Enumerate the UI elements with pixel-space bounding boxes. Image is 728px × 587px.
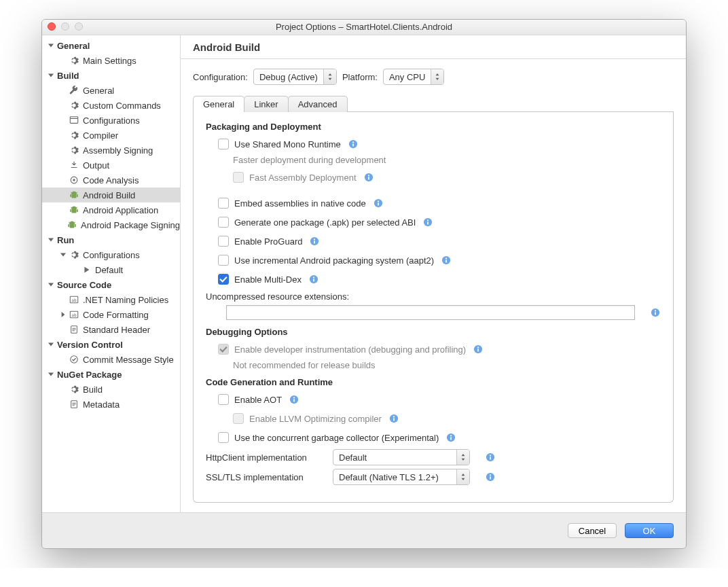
chevron-down-icon [431,69,443,84]
info-icon[interactable] [441,255,452,266]
gear-icon [69,250,79,260]
chk-llvm [233,413,244,424]
chk-embed[interactable] [218,198,229,209]
section-debugging: Debugging Options [206,327,661,337]
sidebar-item[interactable]: Code Analysis [42,173,180,188]
chk-dev-instr [218,344,229,355]
info-icon[interactable] [289,394,299,405]
httpclient-select[interactable]: Default [333,449,470,465]
info-icon[interactable] [308,274,319,285]
info-icon[interactable] [422,217,433,228]
uncompressed-input[interactable] [226,305,635,320]
chk-multidex[interactable] [218,274,229,285]
tab-general-body: Packaging and Deployment Use Shared Mono… [193,112,674,503]
project-options-window: Project Options – SmartHotel.Clients.And… [41,19,687,549]
cancel-button[interactable]: Cancel [568,523,617,538]
sidebar-section[interactable]: Version Control [42,337,180,352]
gear-icon [69,145,79,155]
disclosure-down-icon [48,72,54,79]
sidebar-item[interactable]: Main Settings [42,53,180,68]
row-embed: Embed assemblies in native code [206,195,661,211]
httpclient-value: Default [333,452,456,463]
info-icon[interactable] [309,236,320,247]
info-icon[interactable] [485,472,496,482]
code-icon [69,310,79,319]
sidebar-item[interactable]: Output [42,158,180,173]
output-icon [69,160,79,170]
sidebar-section[interactable]: General [42,38,180,53]
main-pane: Android Build Configuration: Debug (Acti… [181,35,686,512]
row-shared-mono: Use Shared Mono Runtime [206,136,661,152]
ok-button[interactable]: OK [625,523,674,538]
lbl-ssltls: SSL/TLS implementation [206,472,325,482]
row-httpclient: HttpClient implementation Default [206,449,661,465]
row-dev-instr: Enable developer instrumentation (debugg… [206,341,661,357]
disclosure-down-icon [60,251,67,258]
info-icon[interactable] [445,432,456,443]
sidebar-item[interactable]: Default [42,262,180,277]
ssltls-value: Default (Native TLS 1.2+) [333,472,456,482]
info-icon[interactable] [485,452,496,463]
lbl-multidex: Enable Multi-Dex [234,274,302,285]
info-icon[interactable] [373,198,384,209]
chk-proguard[interactable] [218,236,229,247]
info-icon[interactable] [348,139,359,149]
zoom-button[interactable] [75,22,83,31]
chk-aot[interactable] [218,394,229,405]
row-one-apk: Generate one package (.apk) per selected… [206,214,661,230]
row-multidex: Enable Multi-Dex [206,271,661,287]
tab-advanced[interactable]: Advanced [288,96,348,112]
sidebar-item[interactable]: Commit Message Style [42,352,180,367]
info-icon[interactable] [473,344,484,355]
sidebar-item[interactable]: Configurations [42,113,180,128]
titlebar: Project Options – SmartHotel.Clients.And… [42,20,686,35]
chk-aapt2[interactable] [218,255,229,266]
lbl-dev-instr: Enable developer instrumentation (debugg… [234,344,466,355]
sidebar-item[interactable]: Android Package Signing [42,217,180,232]
check-icon [69,355,79,364]
sidebar-item[interactable]: General [42,83,180,98]
sidebar-item[interactable]: Android Build [42,188,180,202]
play-icon [81,265,91,274]
ssltls-select[interactable]: Default (Native TLS 1.2+) [333,469,470,485]
traffic-lights [48,22,83,31]
close-button[interactable] [48,22,56,31]
info-icon[interactable] [388,413,399,424]
chk-one-apk[interactable] [218,217,229,228]
chk-concurrent-gc[interactable] [218,432,229,443]
lbl-httpclient: HttpClient implementation [206,452,325,463]
sidebar-section[interactable]: Source Code [42,277,180,292]
info-icon[interactable] [650,307,661,318]
chk-shared-mono[interactable] [218,139,229,149]
row-aot: Enable AOT [206,391,661,408]
sidebar-section[interactable]: Run [42,232,180,247]
platform-select[interactable]: Any CPU [383,69,444,85]
sidebar-item[interactable]: Compiler [42,128,180,143]
sidebar-item[interactable]: Configurations [42,247,180,262]
sidebar-item[interactable]: Custom Commands [42,98,180,113]
info-icon[interactable] [363,172,374,183]
sidebar-item[interactable]: .NET Naming Policies [42,292,180,307]
lbl-concurrent-gc: Use the concurrent garbage collector (Ex… [234,433,439,443]
sidebar-item[interactable]: Build [42,382,180,397]
hint-dev-instr: Not recommended for release builds [206,360,661,370]
lbl-aot: Enable AOT [234,395,282,405]
android-icon [69,190,79,200]
tab-linker[interactable]: Linker [244,96,288,112]
row-ssltls: SSL/TLS implementation Default (Native T… [206,469,661,485]
configuration-select[interactable]: Debug (Active) [253,69,337,85]
sidebar-item[interactable]: Metadata [42,397,180,412]
sidebar-item[interactable]: Code Formatting [42,307,180,322]
sidebar-item[interactable]: Assembly Signing [42,143,180,158]
disclosure-down-icon [48,236,54,243]
gear-icon [69,56,79,65]
chk-fast-assembly [233,172,244,183]
android-icon [69,205,79,215]
sidebar-item[interactable]: Standard Header [42,322,180,337]
tab-general[interactable]: General [193,96,244,112]
sidebar-section[interactable]: NuGet Package [42,367,180,382]
sidebar-section[interactable]: Build [42,68,180,83]
minimize-button[interactable] [61,22,69,31]
sidebar-item[interactable]: Android Application [42,202,180,217]
gear-icon [69,101,79,110]
